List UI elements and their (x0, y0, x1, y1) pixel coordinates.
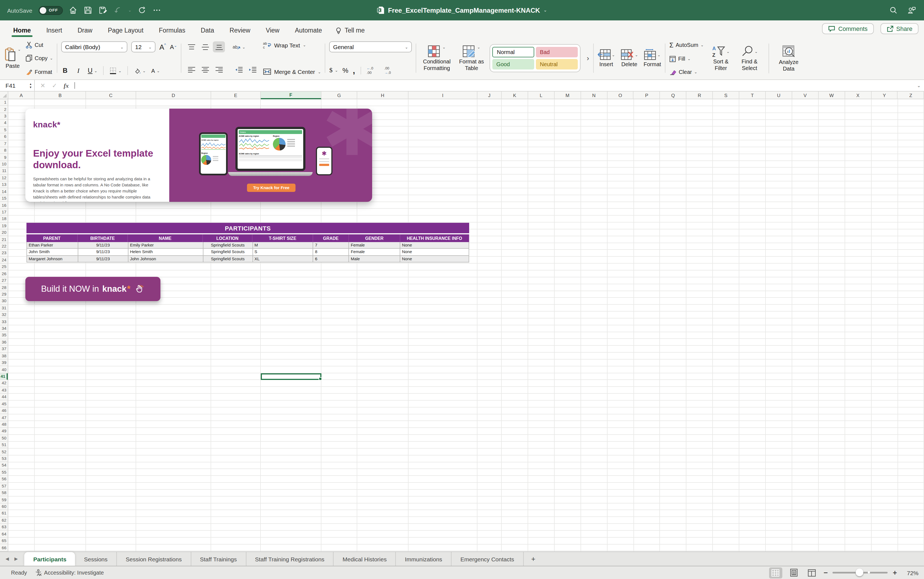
table-cell[interactable]: Female (349, 249, 400, 255)
table-cell[interactable]: 6 (313, 255, 349, 262)
column-header-Q[interactable]: Q (660, 92, 687, 99)
row-header-12[interactable]: 12 (0, 175, 8, 182)
row-header-31[interactable]: 31 (0, 305, 8, 312)
row-header-34[interactable]: 34 (0, 325, 8, 332)
formula-bar-expand-icon[interactable]: ⌄ (917, 83, 921, 88)
italic-button[interactable]: I (74, 67, 82, 75)
row-header-62[interactable]: 62 (0, 517, 8, 524)
zoom-slider[interactable] (833, 572, 888, 574)
row-header-45[interactable]: 45 (0, 401, 8, 407)
increase-decimal-button[interactable]: ←.0.00 (367, 66, 380, 74)
row-header-49[interactable]: 49 (0, 428, 8, 435)
table-cell[interactable]: None (400, 249, 469, 255)
table-cell[interactable]: John Smith (27, 249, 78, 255)
row-header-7[interactable]: 7 (0, 140, 8, 147)
sheet-area[interactable]: ABCDEFGHIJKLMNOPQRSTUVWXYZ 1234567891011… (0, 92, 924, 551)
sheet-tab-emergency-contacts[interactable]: Emergency Contacts (452, 552, 524, 566)
comma-button[interactable]: , (353, 65, 355, 75)
save-icon[interactable] (83, 6, 92, 15)
tab-draw[interactable]: Draw (77, 23, 93, 39)
add-sheet-button[interactable]: + (524, 552, 543, 566)
table-cell[interactable]: 7 (313, 242, 349, 249)
row-header-15[interactable]: 15 (0, 195, 8, 202)
align-bottom-button[interactable] (213, 41, 225, 52)
undo-chevron-icon[interactable]: ⌄ (128, 8, 132, 12)
table-cell[interactable]: Springfield Scouts (203, 249, 253, 255)
decrease-decimal-button[interactable]: .00→.0 (384, 66, 397, 74)
row-header-65[interactable]: 65 (0, 538, 8, 545)
autosum-button[interactable]: ΣAutoSum⌄ (669, 41, 704, 49)
conditional-formatting-button[interactable]: ⌄ Conditional Formatting (420, 45, 454, 71)
column-header-N[interactable]: N (581, 92, 607, 99)
zoom-slider-handle[interactable] (856, 569, 864, 577)
row-header-24[interactable]: 24 (0, 257, 8, 263)
table-cell[interactable]: Emily Parker (129, 242, 203, 249)
number-format-select[interactable]: General⌄ (330, 41, 412, 52)
sheet-tab-sessions[interactable]: Sessions (75, 552, 117, 566)
sheet-tab-medical-histories[interactable]: Medical Histories (334, 552, 396, 566)
zoom-in-button[interactable]: + (893, 569, 897, 577)
next-sheet-icon[interactable]: ▶ (14, 556, 18, 561)
paste-button[interactable]: ⌄ Paste (5, 47, 21, 69)
row-header-16[interactable]: 16 (0, 202, 8, 209)
row-header-17[interactable]: 17 (0, 209, 8, 216)
row-header-29[interactable]: 29 (0, 291, 8, 298)
fx-icon[interactable]: fx (64, 82, 69, 89)
table-cell[interactable]: M (253, 242, 313, 249)
try-knack-button[interactable]: Try Knack for Free (247, 184, 295, 192)
sheet-tab-immunizations[interactable]: Immunizations (396, 552, 452, 566)
zoom-percentage[interactable]: 72% (902, 569, 919, 576)
row-header-21[interactable]: 21 (0, 236, 8, 243)
align-center-button[interactable] (199, 64, 211, 75)
row-header-23[interactable]: 23 (0, 250, 8, 257)
row-header-36[interactable]: 36 (0, 339, 8, 346)
find-select-button[interactable]: ⌄ Find & Select (738, 45, 761, 71)
table-cell[interactable]: John Johnson (129, 255, 203, 262)
table-cell[interactable]: Springfield Scouts (203, 242, 253, 249)
column-header-T[interactable]: T (739, 92, 766, 99)
column-header-L[interactable]: L (528, 92, 555, 99)
align-top-button[interactable] (186, 41, 198, 52)
column-header-C[interactable]: C (86, 92, 136, 99)
table-cell[interactable]: 8 (313, 249, 349, 255)
column-header-I[interactable]: I (408, 92, 477, 99)
row-header-18[interactable]: 18 (0, 216, 8, 222)
row-header-19[interactable]: 19 (0, 222, 8, 229)
column-header-Z[interactable]: Z (898, 92, 924, 99)
row-header-3[interactable]: 3 (0, 113, 8, 120)
table-cell[interactable]: Springfield Scouts (203, 255, 253, 262)
styles-gallery-expand-icon[interactable]: › (587, 54, 589, 62)
increase-indent-button[interactable] (247, 64, 259, 75)
column-header-A[interactable]: A (8, 92, 35, 99)
row-header-42[interactable]: 42 (0, 380, 8, 387)
row-header-54[interactable]: 54 (0, 462, 8, 469)
row-header-56[interactable]: 56 (0, 476, 8, 483)
align-right-button[interactable] (213, 64, 225, 75)
table-cell[interactable]: None (400, 255, 469, 262)
sheet-tab-participants[interactable]: Participants (24, 552, 75, 566)
column-header-E[interactable]: E (211, 92, 261, 99)
tab-home[interactable]: Home (13, 23, 31, 39)
font-family-select[interactable]: Calibri (Body)⌄ (61, 41, 127, 52)
analyze-data-button[interactable]: Analyze Data (776, 45, 802, 72)
more-icon[interactable] (152, 6, 161, 15)
tab-view[interactable]: View (265, 23, 280, 39)
row-header-44[interactable]: 44 (0, 394, 8, 401)
column-header-J[interactable]: J (477, 92, 502, 99)
row-header-13[interactable]: 13 (0, 182, 8, 188)
row-header-59[interactable]: 59 (0, 497, 8, 504)
row-header-22[interactable]: 22 (0, 243, 8, 250)
tab-insert[interactable]: Insert (46, 23, 63, 39)
row-header-43[interactable]: 43 (0, 387, 8, 394)
row-header-25[interactable]: 25 (0, 263, 8, 270)
share-button[interactable]: Share (880, 23, 919, 34)
copy-button[interactable]: Copy⌄ (25, 55, 53, 62)
row-header-63[interactable]: 63 (0, 524, 8, 531)
column-header-G[interactable]: G (322, 92, 357, 99)
zoom-out-button[interactable]: − (824, 569, 828, 577)
tab-tell-me[interactable]: Tell me (344, 23, 365, 39)
table-cell[interactable]: Male (349, 255, 400, 262)
row-header-1[interactable]: 1 (0, 99, 8, 106)
comments-button[interactable]: Comments (822, 23, 873, 34)
align-middle-button[interactable] (199, 41, 211, 52)
